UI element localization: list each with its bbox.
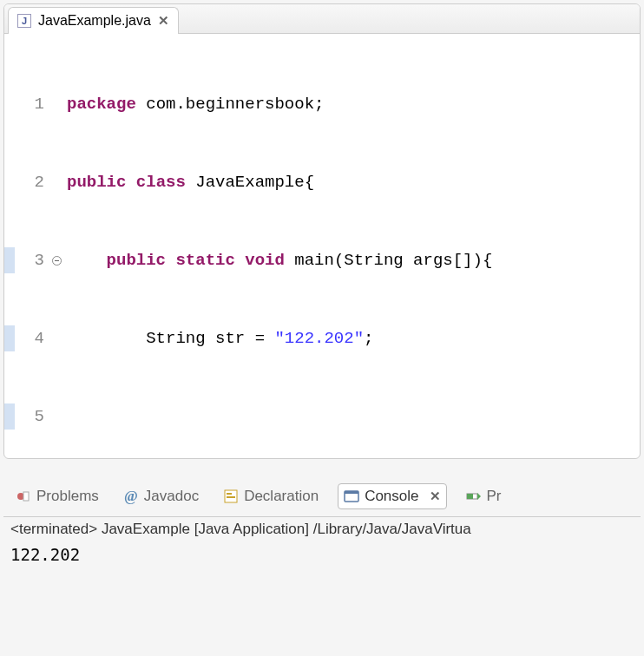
console-output: 122.202 — [3, 541, 641, 567]
tab-console[interactable]: Console ✕ — [338, 483, 446, 509]
editor-tab-bar: J JavaExample.java ✕ — [4, 4, 640, 34]
console-status: <terminated> JavaExample [Java Applicati… — [3, 516, 641, 541]
progress-icon — [466, 489, 482, 504]
code-lines[interactable]: package com.beginnersbook; public class … — [63, 39, 640, 459]
editor-panel: J JavaExample.java ✕ 1 2 3 4 5 6 7 8 9 1… — [3, 3, 641, 459]
declaration-icon — [223, 489, 239, 504]
close-icon[interactable]: ✕ — [158, 13, 169, 29]
code-editor[interactable]: 1 2 3 4 5 6 7 8 9 10 11 12 13 14 15 pack… — [4, 34, 640, 459]
console-icon — [344, 489, 359, 504]
svg-rect-8 — [467, 494, 473, 499]
svg-rect-4 — [227, 496, 235, 498]
svg-rect-3 — [227, 493, 232, 495]
svg-rect-1 — [23, 492, 29, 501]
close-icon[interactable]: ✕ — [430, 489, 441, 504]
bottom-panel: Problems @ Javadoc Declaration Console ✕… — [3, 480, 641, 567]
problems-icon — [16, 489, 31, 504]
tab-filename: JavaExample.java — [38, 13, 151, 29]
editor-tab-active[interactable]: J JavaExample.java ✕ — [8, 7, 179, 34]
tab-javadoc[interactable]: @ Javadoc — [118, 484, 204, 508]
javadoc-icon: @ — [123, 489, 139, 504]
java-file-icon: J — [17, 14, 31, 28]
svg-rect-6 — [345, 491, 358, 494]
fold-collapse-icon[interactable] — [52, 256, 62, 266]
tab-problems[interactable]: Problems — [10, 484, 104, 508]
tab-progress[interactable]: Pr — [461, 484, 507, 508]
bottom-tab-bar: Problems @ Javadoc Declaration Console ✕… — [3, 480, 641, 513]
tab-declaration[interactable]: Declaration — [218, 484, 324, 508]
fold-gutter — [49, 39, 63, 459]
